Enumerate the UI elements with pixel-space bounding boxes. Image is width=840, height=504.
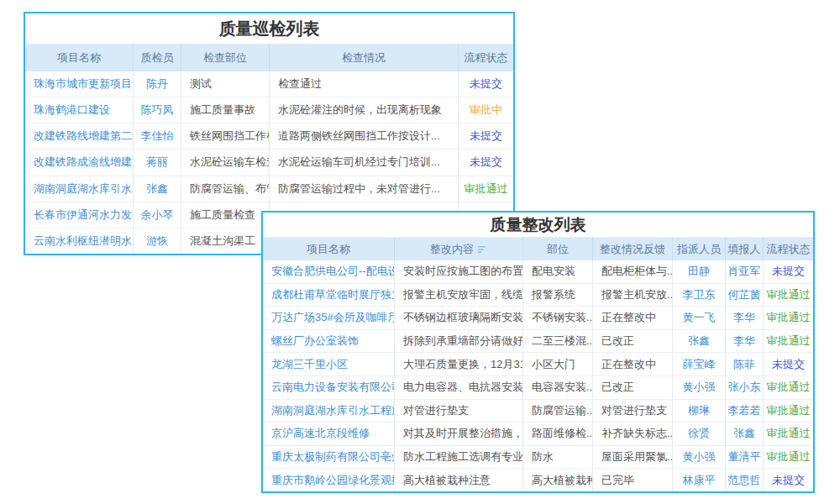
table-cell: 配电安装 [523,260,593,283]
table-row: 万达广场35#会所及咖啡厅空...不锈钢边框玻璃隔断安装不牢...不锈钢安装..… [263,307,813,330]
table-row: 珠海市城市更新项目紫...陈丹测试检查通过未提交 [25,71,513,97]
project-name-link[interactable]: 云南电力设备安装有限公司20... [263,376,395,399]
project-name-link[interactable]: 龙湖三千里小区 [263,353,395,375]
table-cell: 高大植被栽种注意 [395,469,523,491]
table-cell: 道路两侧铁丝网围挡工作按设计... [270,123,459,149]
table-cell: 路面维修检... [523,423,593,445]
column-header-label: 检查部位 [203,50,247,66]
project-name-link[interactable]: 改建铁路成渝线增建第... [25,150,134,175]
table-cell: 张鑫 [134,176,181,202]
table-cell: 对管进行垫支 [593,400,673,423]
table-cell: 薛宝峰 [673,353,726,375]
table-row: 重庆太极制药有限公司亳州中...防水工程施工选调有专业资质...防水屋面采用聚氯… [263,446,813,470]
project-name-link[interactable]: 珠海市城市更新项目紫... [25,71,134,97]
table-cell: 屋面采用聚氯... [593,446,673,469]
table-row: 改建铁路线增建第二线...李佳怡铁丝网围挡工作检查道路两侧铁丝网围挡工作按设计.… [25,123,513,150]
table-cell: 混凝土沟渠工 [181,228,270,254]
project-name-link[interactable]: 京沪高速北京段维修 [263,423,395,445]
table-row: 云南电力设备安装有限公司20...电力电容器、电抗器安装方案,...电容器安装.… [263,376,813,400]
rectification-table-header: 项目名称整改内容部位整改情况反馈指派人员填报人流程状态 [263,238,813,260]
table-cell: 报警主机安放... [593,284,673,307]
table-cell: 防腐管运输... [523,400,593,423]
column-header-4: 整改情况反馈 [593,238,673,260]
column-header-label: 流程状态 [767,242,811,257]
table-cell: 正在整改中 [593,353,673,375]
project-name-link[interactable]: 改建铁路线增建第二线... [25,123,134,149]
project-name-link[interactable]: 湖南洞庭湖水库引水工程施工标 [263,400,395,423]
table-row: 螺丝厂办公室装饰拆除到承重墙部分请做好加固...二至三楼混...已改正张鑫李华审… [263,330,813,354]
column-header-label: 指派人员 [677,242,721,257]
table-cell: 李卫东 [673,284,726,307]
column-header-label: 整改情况反馈 [600,242,665,257]
table-cell: 何芷茵 [726,284,764,307]
project-name-link[interactable]: 长春市伊通河水力发电... [25,202,134,228]
project-name-link[interactable]: 安徽合肥供电公司--配电设备... [263,260,395,283]
project-name-link[interactable]: 云南水利枢纽潜明水库... [25,228,134,254]
table-cell: 对管进行垫支 [395,400,523,423]
table-cell: 李华 [726,330,764,353]
table-cell: 审批通过 [764,376,813,399]
column-header-label: 检查情况 [342,50,386,66]
inspection-table-header: 项目名称质检员检查部位检查情况流程状态 [25,45,513,71]
table-cell: 李华 [726,307,764,329]
table-cell: 已完毕 [593,469,673,491]
table-cell: 审批通过 [764,423,813,445]
project-name-link[interactable]: 重庆市鹅岭公园绿化景观提升... [263,469,395,491]
column-header-label: 流程状态 [465,50,508,66]
table-cell: 陈巧凤 [134,97,181,123]
table-cell: 审批通过 [764,307,813,329]
rectification-table-body: 安徽合肥供电公司--配电设备...安装时应按施工图的布置，将...配电安装配电柜… [263,260,813,491]
table-row: 安徽合肥供电公司--配电设备...安装时应按施工图的布置，将...配电安装配电柜… [263,260,813,284]
column-header-1: 项目名称 [25,45,134,71]
table-cell: 林康平 [673,469,726,491]
table-cell: 对其及时开展整治措施，桥头... [395,423,523,445]
column-header-label: 填报人 [728,242,761,257]
column-header-5: 流程状态 [459,45,513,71]
table-row: 重庆市鹅岭公园绿化景观提升...高大植被栽种注意高大植被栽种已完毕林康平范思哲未… [263,469,813,491]
table-cell: 审批通过 [459,176,513,202]
project-name-link[interactable]: 湖南洞庭湖水库引水工... [25,176,134,202]
table-cell: 水泥砼灌注的时候，出现离析现象 [270,97,459,123]
rectification-table: 质量整改列表 项目名称整改内容部位整改情况反馈指派人员填报人流程状态 安徽合肥供… [261,211,815,493]
table-cell: 报警系统 [523,284,593,307]
table-cell: 范思哲 [726,469,764,491]
table-cell: 徐贤 [673,423,726,445]
table-cell: 检查通过 [270,71,459,97]
table-cell: 不锈钢边框玻璃隔断安装不牢... [395,307,523,329]
table-cell: 配电柜柜体与... [593,260,673,283]
column-header-2[interactable]: 整改内容 [395,238,523,260]
table-cell: 防水 [523,446,593,469]
column-header-label: 整改内容 [430,242,474,257]
table-row: 珠海鹤港口建设陈巧凤施工质量事故水泥砼灌注的时候，出现离析现象审批中 [25,97,513,123]
table-row: 龙湖三千里小区大理石质量更换，12月31日之...小区大门正在整改中薛宝峰陈菲未… [263,353,813,376]
project-name-link[interactable]: 成都杜甫草堂临时展厅独立展... [263,284,395,307]
table-cell: 未提交 [459,150,513,175]
table-row: 湖南洞庭湖水库引水工程施工标对管进行垫支防腐管运输...对管进行垫支柳琳李若若审… [263,400,813,423]
table-cell: 审批通过 [764,446,813,469]
table-cell: 黄小强 [673,376,726,399]
table-cell: 未提交 [764,353,813,375]
project-name-link[interactable]: 重庆太极制药有限公司亳州中... [263,446,395,469]
table-row: 湖南洞庭湖水库引水工...张鑫防腐管运输、布管防腐管运输过程中，未对管进行...… [25,176,513,202]
table-cell: 田静 [673,260,726,283]
table-cell: 审批通过 [764,284,813,307]
table-cell: 高大植被栽种 [523,469,593,491]
table-row: 京沪高速北京段维修对其及时开展整治措施，桥头...路面维修检...补齐缺失标志.… [263,423,813,446]
project-name-link[interactable]: 螺丝厂办公室装饰 [263,330,395,353]
table-cell: 补齐缺失标志... [593,423,673,445]
project-name-link[interactable]: 珠海鹤港口建设 [25,97,134,123]
column-header-label: 部位 [547,242,569,257]
table-cell: 水泥砼运输车司机经过专门培训... [270,150,459,175]
table-cell: 报警主机安放牢固，线缆连接... [395,284,523,307]
table-cell: 张小东 [726,376,764,399]
table-cell: 黄一飞 [673,307,726,329]
table-cell: 未提交 [764,260,813,283]
sort-icon[interactable] [477,244,487,255]
rectification-table-title: 质量整改列表 [263,213,813,238]
table-cell: 张鑫 [726,423,764,445]
project-name-link[interactable]: 万达广场35#会所及咖啡厅空... [263,307,395,329]
column-header-2: 质检员 [134,45,181,71]
table-cell: 防腐管运输过程中，未对管进行... [270,176,459,202]
column-header-3: 检查部位 [181,45,270,71]
table-cell: 李若若 [726,400,764,423]
